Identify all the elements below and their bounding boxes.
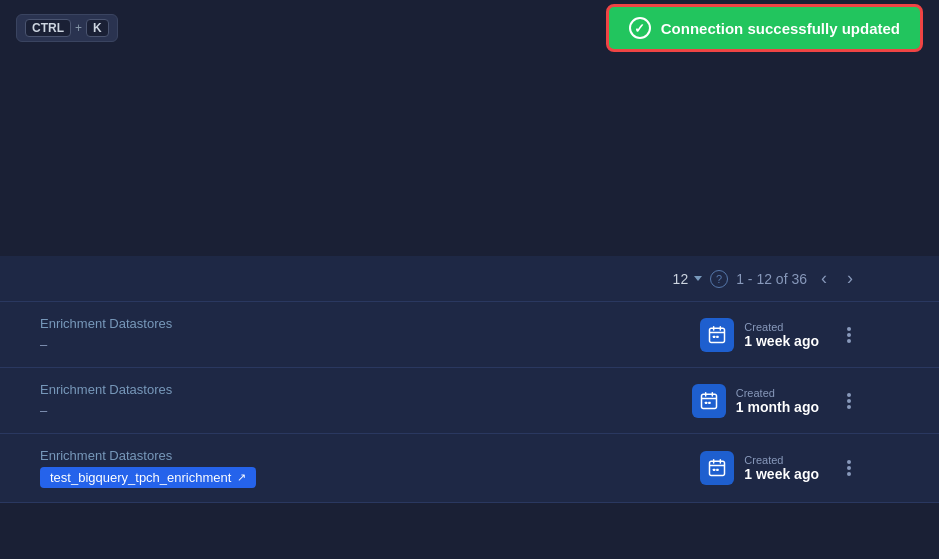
pagination-next-button[interactable]: › <box>841 266 859 291</box>
row-name: – <box>40 337 47 352</box>
row-category: Enrichment Datastores <box>40 382 692 397</box>
date-value: 1 week ago <box>744 333 819 349</box>
row-menu-button[interactable] <box>839 389 859 413</box>
svg-rect-4 <box>713 335 716 337</box>
svg-rect-16 <box>713 469 716 471</box>
row-menu-button[interactable] <box>839 323 859 347</box>
pagination-prev-button[interactable]: ‹ <box>815 266 833 291</box>
menu-dot <box>847 460 851 464</box>
date-label: Created <box>736 387 819 399</box>
row-info: Enrichment Datastores – <box>40 382 692 419</box>
pagination-bar: 12 ? 1 - 12 of 36 ‹ › <box>0 256 939 302</box>
date-value: 1 month ago <box>736 399 819 415</box>
help-icon: ? <box>716 273 722 285</box>
row-category: Enrichment Datastores <box>40 316 700 331</box>
svg-rect-5 <box>716 335 719 337</box>
external-link-icon: ↗ <box>237 471 246 484</box>
success-notification: Connection successfully updated <box>606 4 923 52</box>
k-key: K <box>86 19 109 37</box>
row-date: Created 1 week ago <box>700 451 819 485</box>
table-row: Enrichment Datastores – Created <box>0 368 939 434</box>
pagination-range: 1 - 12 of 36 <box>736 271 807 287</box>
svg-rect-12 <box>710 461 725 475</box>
menu-dot <box>847 393 851 397</box>
row-info: Enrichment Datastores test_bigquery_tpch… <box>40 448 700 488</box>
data-list: Enrichment Datastores – Created <box>0 302 939 503</box>
date-label: Created <box>744 454 819 466</box>
dropdown-arrow-icon <box>694 276 702 281</box>
svg-rect-11 <box>708 401 711 403</box>
row-date: Created 1 month ago <box>692 384 819 418</box>
menu-dot <box>847 466 851 470</box>
menu-dot <box>847 472 851 476</box>
calendar-icon <box>700 318 734 352</box>
keyboard-shortcut[interactable]: CTRL + K <box>16 14 118 42</box>
top-bar: CTRL + K Connection successfully updated <box>0 0 939 56</box>
ctrl-key: CTRL <box>25 19 71 37</box>
notification-message: Connection successfully updated <box>661 20 900 37</box>
row-category: Enrichment Datastores <box>40 448 700 463</box>
row-menu-button[interactable] <box>839 456 859 480</box>
table-row: Enrichment Datastores test_bigquery_tpch… <box>0 434 939 503</box>
spacer-area <box>0 56 939 256</box>
per-page-value: 12 <box>673 271 689 287</box>
date-info: Created 1 month ago <box>736 387 819 415</box>
date-label: Created <box>744 321 819 333</box>
menu-dot <box>847 399 851 403</box>
row-date: Created 1 week ago <box>700 318 819 352</box>
svg-rect-6 <box>701 394 716 408</box>
calendar-icon <box>692 384 726 418</box>
row-name-tag[interactable]: test_bigquery_tpch_enrichment ↗ <box>40 467 256 488</box>
table-row: Enrichment Datastores – Created <box>0 302 939 368</box>
menu-dot <box>847 327 851 331</box>
check-circle-icon <box>629 17 651 39</box>
row-name: – <box>40 403 47 418</box>
per-page-select[interactable]: 12 <box>673 271 703 287</box>
calendar-icon <box>700 451 734 485</box>
next-icon: › <box>847 268 853 289</box>
plus-separator: + <box>75 21 82 35</box>
row-info: Enrichment Datastores – <box>40 316 700 353</box>
menu-dot <box>847 333 851 337</box>
svg-rect-17 <box>716 469 719 471</box>
prev-icon: ‹ <box>821 268 827 289</box>
svg-rect-0 <box>710 328 725 342</box>
date-info: Created 1 week ago <box>744 321 819 349</box>
menu-dot <box>847 405 851 409</box>
pagination-help-button[interactable]: ? <box>710 270 728 288</box>
menu-dot <box>847 339 851 343</box>
date-info: Created 1 week ago <box>744 454 819 482</box>
svg-rect-10 <box>705 401 708 403</box>
date-value: 1 week ago <box>744 466 819 482</box>
